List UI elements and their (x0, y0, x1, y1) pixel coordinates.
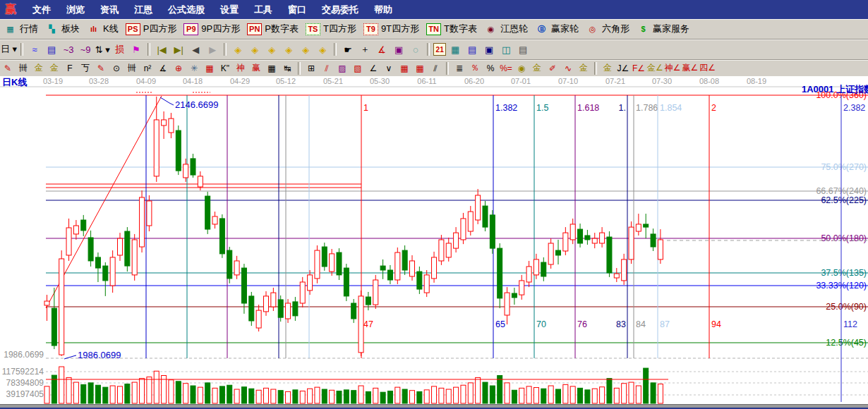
period-day-dropdown-icon[interactable]: 日 ▾ (1, 43, 17, 56)
grid-tool-icon[interactable]: 卌 (16, 61, 30, 75)
red-grid-1-icon[interactable]: ▦ (397, 61, 411, 75)
grid-tool-2-icon[interactable]: 卌 (125, 61, 139, 75)
nav-last-icon[interactable]: ▶| (171, 43, 186, 56)
nav-next-icon[interactable]: ▶ (205, 43, 220, 56)
gann-diamond-up-icon[interactable]: ◈ (264, 43, 279, 56)
win-angle-tool-icon[interactable]: 赢∠ (682, 61, 699, 75)
pattern-icon-icon[interactable]: ◌ (408, 43, 423, 56)
flag-chart-icon-icon[interactable]: ⚑ (128, 43, 144, 56)
wave-tool-icon[interactable]: ∿ (561, 61, 575, 75)
trend-icon-icon[interactable]: ≈ (27, 43, 42, 56)
calendar-icon-icon[interactable]: 21 (433, 43, 446, 56)
printer-icon-icon[interactable]: ▤ (515, 43, 531, 56)
toolbar-button-K线[interactable]: ılıK线 (87, 23, 119, 35)
toolbar-button-T四方形[interactable]: TST四方形 (306, 23, 356, 35)
k-mark-tool-icon[interactable]: K" (218, 61, 232, 75)
percent-tool-icon[interactable]: % (483, 61, 498, 75)
toolbar-button-P数字表[interactable]: PNP数字表 (247, 23, 299, 35)
win-tool-icon[interactable]: 赢 (249, 61, 263, 75)
gold-grid-1-icon[interactable]: 金 (32, 61, 46, 75)
menu-item-设置[interactable]: 设置 (212, 4, 246, 15)
save-icon-icon[interactable]: ▣ (481, 43, 497, 56)
menu-item-交易委托[interactable]: 交易委托 (314, 4, 366, 15)
menu-item-窗口[interactable]: 窗口 (280, 4, 314, 15)
ruler-percent-tool-icon[interactable]: ≣ (452, 61, 466, 75)
toolbar-button-T数字表[interactable]: TNT数字表 (426, 23, 477, 35)
v-lines-tool-icon[interactable]: ∨ (382, 61, 396, 75)
gann-diamond-all-icon[interactable]: ◈ (315, 43, 330, 56)
box-plot-tool-icon[interactable]: ⊞ (304, 61, 318, 75)
circle-cross-tool-icon[interactable]: ⊕ (171, 61, 186, 75)
gift-icon-icon[interactable]: ▣ (391, 43, 406, 56)
f-grid-icon[interactable]: F (63, 61, 77, 75)
menu-item-公式选股[interactable]: 公式选股 (160, 4, 212, 15)
angle-tool-icon[interactable]: ∡ (156, 61, 170, 75)
red-grid-2-icon[interactable]: ▦ (413, 61, 427, 75)
f-angle-tool-icon[interactable]: F∠ (632, 61, 646, 75)
menu-item-江恩[interactable]: 江恩 (126, 4, 160, 15)
toolbar-button-行情[interactable]: ▦行情 (4, 23, 38, 35)
toolbar-button-六角形[interactable]: ◎六角形 (586, 23, 629, 35)
toolbar-button-P四方形[interactable]: PSP四方形 (126, 23, 177, 35)
wave9-icon-icon[interactable]: ~9 (78, 43, 93, 56)
menu-item-浏览[interactable]: 浏览 (59, 4, 92, 15)
gold-angle-base-icon[interactable]: 金 (601, 61, 615, 75)
crosshair-tool-icon[interactable]: ＋ (357, 43, 373, 56)
brush-tool-icon[interactable]: ✎ (1, 61, 15, 75)
toolbar-button-江恩轮[interactable]: ◉江恩轮 (484, 23, 528, 35)
percent-line-tool-icon[interactable]: %= (499, 61, 513, 75)
toolbar-button-赢家轮[interactable]: Ⓑ赢家轮 (535, 23, 579, 35)
flag-pen-tool-icon[interactable]: ✐ (545, 61, 560, 75)
toolbar-button-9P四方形[interactable]: P99P四方形 (183, 23, 240, 35)
gann-diamond-down-icon[interactable]: ◈ (281, 43, 296, 56)
gold-lines-tool-icon[interactable]: 金 (530, 61, 544, 75)
calculator-icon-icon[interactable]: ▦ (447, 43, 463, 56)
toolbar-button-9T四方形[interactable]: T99T四方形 (363, 23, 419, 35)
wave3-icon-icon[interactable]: ~3 (61, 43, 76, 56)
toolbar-separator (334, 43, 337, 56)
loss-icon-icon[interactable]: 损 (111, 43, 127, 56)
gold-angle-tool-icon[interactable]: 金∠ (647, 61, 663, 75)
red-pen-icon[interactable]: ✎ (94, 61, 108, 75)
span-tool-icon[interactable]: ↹ (280, 61, 294, 75)
compass-tool-icon[interactable]: ⊙ (109, 61, 123, 75)
menu-item-资讯[interactable]: 资讯 (92, 4, 126, 15)
hand-tool-icon[interactable]: ☛ (340, 43, 356, 56)
gann-diamond-right-icon[interactable]: ◈ (247, 43, 263, 56)
notepad-icon-icon[interactable]: ▤ (464, 43, 480, 56)
kline-chart-canvas[interactable]: 03-1903-2804-0904-1804-2905-1205-2105-30… (0, 76, 868, 404)
shen-angle-tool-icon[interactable]: 神∠ (665, 61, 681, 75)
gold-bar-tool-icon[interactable]: 金 (577, 61, 591, 75)
j-angle-tool-icon[interactable]: J∠ (616, 61, 630, 75)
grid-123-tool-icon[interactable]: ▦ (265, 61, 279, 75)
pencil-lines-tool-icon[interactable]: ∠ (366, 61, 380, 75)
box-grid-tool-icon[interactable]: ▦ (203, 61, 217, 75)
chart-area[interactable]: 03-1903-2804-0904-1804-2905-1205-2105-30… (0, 76, 868, 404)
toolbar-button-赢家服务[interactable]: $赢家服务 (637, 23, 689, 35)
toolbar-button-板块[interactable]: ▚板块 (45, 23, 80, 35)
square-number-tool-icon[interactable]: n² (140, 61, 155, 75)
s-grid-icon[interactable]: 丂 (78, 61, 92, 75)
fan-lines-tool-icon[interactable]: ⫽ (320, 61, 334, 75)
nav-prev-icon[interactable]: ◀ (188, 43, 203, 56)
fan-box-purple-icon[interactable]: ▨ (335, 61, 349, 75)
gann-diamond-left-icon[interactable]: ◈ (230, 43, 246, 56)
snowflake-tool-icon[interactable]: ✳ (187, 61, 201, 75)
percent-red-tool-icon[interactable]: ％ (468, 61, 482, 75)
gold-circle-tool-icon[interactable]: ◉ (514, 61, 529, 75)
candle-style-dropdown-icon[interactable]: ⇅ ▾ (95, 43, 110, 56)
parallel-lines-tool-icon[interactable]: ⫽ (428, 61, 442, 75)
nav-first-icon[interactable]: |◀ (154, 43, 169, 56)
menu-item-文件[interactable]: 文件 (25, 4, 59, 15)
network-icon-icon[interactable]: ◫ (498, 43, 514, 56)
info-icon-icon[interactable]: ▤ (44, 43, 59, 56)
shen-tool-icon[interactable]: 神 (234, 61, 248, 75)
fan-box-red-icon[interactable]: ▧ (351, 61, 365, 75)
menu-item-帮助[interactable]: 帮助 (366, 4, 400, 15)
four-angle-tool-icon[interactable]: 四∠ (699, 61, 716, 75)
menu-item-工具[interactable]: 工具 (246, 4, 280, 15)
gann-diamond-cross-icon[interactable]: ◈ (298, 43, 313, 56)
angle-view-tool-icon[interactable]: ∡ (374, 43, 390, 56)
candle (241, 268, 246, 303)
gold-grid-2-icon[interactable]: 金 (47, 61, 61, 75)
